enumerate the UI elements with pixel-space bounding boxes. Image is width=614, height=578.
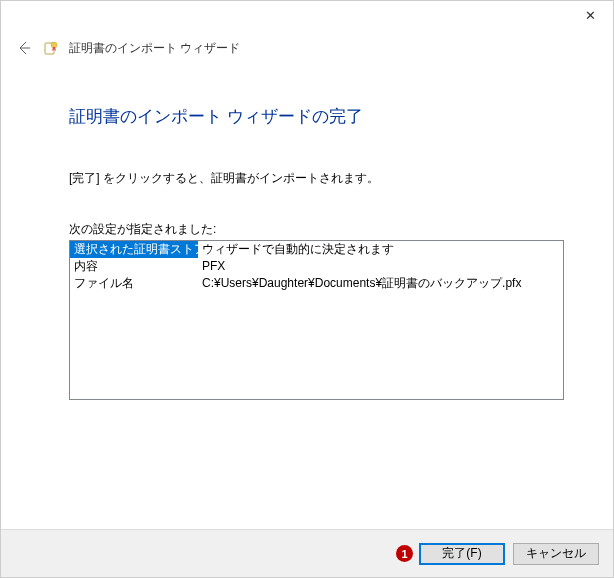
page-heading: 証明書のインポート ウィザードの完了	[69, 105, 573, 128]
settings-value: PFX	[198, 258, 563, 275]
settings-row[interactable]: ファイル名C:¥Users¥Daughter¥Documents¥証明書のバック…	[70, 275, 563, 292]
certificate-wizard-icon	[43, 40, 59, 56]
annotation-marker-1: 1	[396, 545, 413, 562]
titlebar: ✕	[1, 1, 613, 31]
wizard-title: 証明書のインポート ウィザード	[69, 40, 240, 57]
settings-key: 内容	[70, 258, 198, 275]
header-row: 証明書のインポート ウィザード	[1, 31, 613, 61]
settings-value: ウィザードで自動的に決定されます	[198, 241, 563, 258]
settings-key: 選択された証明書ストア	[70, 241, 198, 258]
finish-button[interactable]: 完了(F)	[419, 543, 505, 565]
settings-key: ファイル名	[70, 275, 198, 292]
settings-row[interactable]: 選択された証明書ストアウィザードで自動的に決定されます	[70, 241, 563, 258]
close-button[interactable]: ✕	[568, 1, 613, 29]
settings-label: 次の設定が指定されました:	[69, 221, 573, 238]
close-icon: ✕	[585, 8, 596, 23]
cancel-button[interactable]: キャンセル	[513, 543, 599, 565]
back-arrow-icon	[16, 40, 32, 56]
footer: 1 完了(F) キャンセル	[1, 529, 613, 577]
back-button[interactable]	[15, 39, 33, 57]
settings-row[interactable]: 内容PFX	[70, 258, 563, 275]
instruction-text: [完了] をクリックすると、証明書がインポートされます。	[69, 170, 573, 187]
settings-listbox[interactable]: 選択された証明書ストアウィザードで自動的に決定されます内容PFXファイル名C:¥…	[69, 240, 564, 400]
wizard-window: ✕ 証明書のインポート ウィザード 証明書のインポート ウィザードの完了 [完了…	[0, 0, 614, 578]
content-area: 証明書のインポート ウィザードの完了 [完了] をクリックすると、証明書がインポ…	[1, 61, 613, 400]
settings-value: C:¥Users¥Daughter¥Documents¥証明書のバックアップ.p…	[198, 275, 563, 292]
